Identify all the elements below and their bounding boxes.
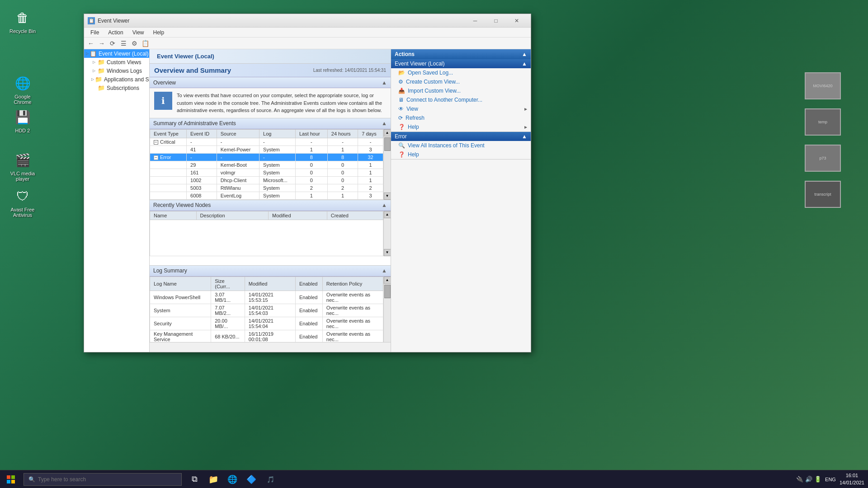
action-help[interactable]: ❓ Help [391, 122, 531, 131]
window-controls: ─ □ ✕ [465, 14, 527, 28]
desktop-icon-recycle-bin[interactable]: 🗑 Recycle Bin [5, 7, 41, 36]
table-row[interactable]: Windows PowerShell 3.07 MB/1... 14/01/20… [150, 291, 383, 304]
action-error-help[interactable]: ❓ Help [391, 150, 531, 159]
scroll-down-btn[interactable]: ▼ [384, 192, 391, 200]
start-button[interactable] [0, 470, 22, 488]
actions-collapse-icon[interactable]: ▲ [522, 51, 527, 57]
expand-minus-critical[interactable]: − [154, 140, 158, 145]
scroll-up-btn[interactable]: ▲ [384, 129, 391, 136]
taskbar-search-box[interactable]: 🔍 [24, 473, 182, 486]
windows-logs-label: Windows Logs [107, 68, 142, 74]
taskbar-file-explorer[interactable]: 📁 [204, 470, 222, 488]
tree-item-root[interactable]: ▷ 📋 Event Viewer (Local) [84, 49, 149, 58]
overview-section-header[interactable]: Overview ▲ [150, 77, 391, 88]
overview-collapse-icon[interactable]: ▲ [382, 80, 387, 86]
table-row[interactable]: Security 20.00 MB/... 14/01/2021 15:54:0… [150, 317, 383, 330]
summary-scrollbar[interactable]: ▲ ▼ [383, 129, 391, 200]
log-scroll-thumb[interactable] [384, 285, 391, 298]
desktop-thumbnail-movi[interactable]: MOVI6420 [802, 72, 843, 101]
close-button[interactable]: ✕ [506, 14, 527, 28]
last-refreshed-label: Last refreshed: 14/01/2021 15:54:31 [313, 68, 386, 73]
table-row [150, 220, 383, 256]
copy-button[interactable]: 📋 [140, 38, 150, 48]
taskbar-task-view[interactable]: ⧉ [185, 470, 203, 488]
actions-section1-header[interactable]: Event Viewer (Local) ▲ [391, 59, 531, 68]
menu-help[interactable]: Help [149, 28, 169, 38]
svg-rect-0 [7, 475, 10, 479]
expand-minus-error[interactable]: − [154, 155, 158, 160]
windows-logs-expand-icon: ▷ [91, 68, 97, 74]
log-summary-header[interactable]: Log Summary ▲ [150, 266, 391, 277]
desktop-icon-avast[interactable]: 🛡 Avast Free Antivirus [5, 185, 41, 220]
clock-time: 16:01 [840, 472, 864, 479]
rv-scroll-up[interactable]: ▲ [384, 211, 391, 218]
tree-item-custom-views[interactable]: ▷ 📁 Custom Views [84, 58, 149, 66]
tree-item-app-services[interactable]: ▷ 📁 Applications and Services Lo... [84, 75, 149, 84]
col-24-hours: 24 hours [327, 129, 358, 138]
actions-section2-collapse[interactable]: ▲ [522, 133, 527, 140]
recently-viewed-collapse[interactable]: ▲ [382, 202, 387, 208]
taskbar-app5[interactable]: 🎵 [261, 470, 279, 488]
log-summary-section: Log Summary ▲ Log Name Size (Curr... Mod… [150, 266, 391, 343]
desktop-thumbnail-p73[interactable]: p73 [802, 145, 843, 174]
back-button[interactable]: ← [86, 38, 96, 48]
forward-button[interactable]: → [97, 38, 107, 48]
table-row[interactable]: Key Management Service 68 KB/20... 16/11… [150, 330, 383, 342]
table-row[interactable]: −Error - - - 8 8 32 [150, 153, 383, 161]
summary-collapse-icon[interactable]: ▲ [382, 120, 387, 127]
scroll-thumb[interactable] [384, 137, 391, 151]
table-row[interactable]: System 7.07 MB/2... 14/01/2021 15:54:03 … [150, 304, 383, 317]
log-summary-collapse[interactable]: ▲ [382, 267, 387, 274]
taskbar-chrome[interactable]: 🌐 [223, 470, 241, 488]
tray-sound-icon[interactable]: 🔊 [805, 476, 812, 483]
refresh-toolbar-button[interactable]: ⟳ [108, 38, 118, 48]
maximize-button[interactable]: □ [486, 14, 506, 28]
summary-section-header[interactable]: Summary of Administrative Events ▲ [150, 118, 391, 129]
tree-item-windows-logs[interactable]: ▷ 📁 Windows Logs [84, 66, 149, 75]
log-scroll-up[interactable]: ▲ [384, 277, 391, 284]
taskbar-edge[interactable]: 🔷 [242, 470, 260, 488]
table-row[interactable]: 161 volmgr System 0 0 1 [150, 169, 383, 176]
titlebar: 📋 Event Viewer ─ □ ✕ [84, 14, 531, 28]
rv-scrollbar[interactable]: ▲ ▼ [383, 211, 391, 256]
action-view[interactable]: 👁 View [391, 104, 531, 113]
desktop-thumbnail-temp[interactable]: temp [802, 108, 843, 137]
table-row[interactable]: 6008 EventLog System 1 1 3 [150, 192, 383, 199]
table-row[interactable]: 29 Kernel-Boot System 0 0 1 [150, 161, 383, 169]
search-input[interactable] [38, 476, 174, 483]
tree-item-subscriptions[interactable]: 📁 Subscriptions [84, 84, 149, 92]
log-scrollbar[interactable]: ▲ ▼ [383, 277, 391, 343]
actions-section1-collapse[interactable]: ▲ [522, 61, 527, 67]
actions-section2-header[interactable]: Error ▲ [391, 132, 531, 141]
taskbar-clock[interactable]: 16:01 14/01/2021 [840, 472, 864, 486]
action-create-custom-view[interactable]: ⚙ Create Custom View... [391, 77, 531, 86]
action-open-saved-log[interactable]: 📂 Open Saved Log... [391, 68, 531, 77]
overview-body: ℹ To view events that have occurred on y… [150, 88, 391, 118]
taskbar: 🔍 ⧉ 📁 🌐 🔷 🎵 🔌 🔊 🔋 ENG 16:01 14/01/2021 [0, 470, 868, 488]
tray-network-icon[interactable]: 🔌 [796, 476, 803, 483]
filter-button[interactable]: ☰ [118, 38, 128, 48]
action-refresh[interactable]: ⟳ Refresh [391, 113, 531, 122]
search-icon: 🔍 [28, 476, 35, 483]
menu-file[interactable]: File [86, 28, 104, 38]
tray-battery-icon[interactable]: 🔋 [814, 476, 821, 483]
desktop-icon-vlc[interactable]: 🎬 VLC media player [5, 149, 41, 183]
menu-action[interactable]: Action [104, 28, 127, 38]
desktop-icon-hdd2[interactable]: 💾 HDD 2 [5, 106, 41, 135]
table-row[interactable]: 1002 Dhcp-Client Microsoft... 0 0 1 [150, 176, 383, 184]
action-view-all-instances[interactable]: 🔍 View All Instances of This Event [391, 141, 531, 150]
desktop-thumbnail-transcript[interactable]: transcript [802, 181, 843, 210]
table-row[interactable]: 41 Kernel-Power System 1 1 3 [150, 145, 383, 153]
action-import-custom-view[interactable]: 📥 Import Custom View... [391, 86, 531, 95]
rv-scroll-down[interactable]: ▼ [384, 249, 391, 256]
table-row[interactable]: 5003 RtlWlanu System 2 2 2 [150, 184, 383, 192]
minimize-button[interactable]: ─ [465, 14, 486, 28]
recently-viewed-header[interactable]: Recently Viewed Nodes ▲ [150, 200, 391, 211]
action-connect-computer[interactable]: 🖥 Connect to Another Computer... [391, 95, 531, 104]
menu-view[interactable]: View [128, 28, 149, 38]
log-summary-table-wrapper: Log Name Size (Curr... Modified Enabled … [150, 277, 391, 343]
log-summary-table: Log Name Size (Curr... Modified Enabled … [150, 277, 383, 343]
table-row[interactable]: −Critical - - - - - - [150, 138, 383, 145]
desktop-icon-chrome[interactable]: 🌐 Google Chrome [5, 72, 41, 107]
properties-button[interactable]: ⚙ [129, 38, 139, 48]
